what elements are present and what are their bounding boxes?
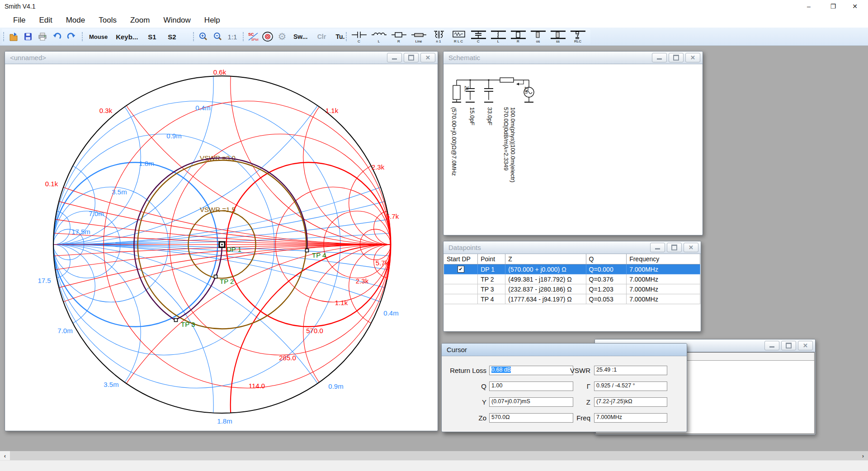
schematic-canvas[interactable]: ZLZin (570.00+j0.00)Ω@7.0MHz15.0pF33.0pF… (444, 64, 702, 235)
point-cell[interactable]: TP 3 (478, 284, 505, 294)
toolbar-grip[interactable] (82, 32, 84, 41)
point-cell[interactable]: DP 1 (478, 264, 505, 274)
maximize-button[interactable] (781, 341, 796, 350)
minimize-button[interactable] (387, 53, 402, 62)
column-header-point[interactable]: Point (478, 254, 505, 264)
menu-item-mode[interactable]: Mode (59, 14, 92, 27)
minimize-button[interactable] (652, 53, 667, 62)
q-cell[interactable]: Q=1.203 (586, 284, 627, 294)
impedance-cell[interactable]: (232.837 - j280.186) Ω (505, 284, 586, 294)
point-cell[interactable]: TP 4 (478, 294, 505, 304)
close-button[interactable]: ✕ (420, 53, 435, 62)
s1-button[interactable]: S1 (143, 30, 160, 43)
menu-item-edit[interactable]: Edit (32, 14, 59, 27)
maximize-button[interactable] (669, 53, 684, 62)
cursor-window-titlebar[interactable]: Cursor (442, 344, 687, 356)
impedance-cell[interactable]: (1777.634 - j94.197) Ω (505, 294, 586, 304)
close-button[interactable]: ✕ (684, 243, 698, 252)
scroll-left-button[interactable]: ‹ (0, 451, 10, 461)
print-button[interactable] (37, 30, 48, 43)
column-header-frequency[interactable]: Frequency (627, 254, 700, 264)
datapoint-row-tp4[interactable]: TP 4(1777.634 - j94.197) ΩQ=0.0537.000MH… (444, 294, 700, 304)
column-header-q[interactable]: Q (586, 254, 627, 264)
field-value-input[interactable]: 25.49 :1 (594, 366, 667, 375)
toolbar-transformer-button[interactable]: n 1 (430, 30, 447, 43)
close-button[interactable]: ✕ (798, 341, 813, 350)
target-circles-button[interactable] (262, 30, 274, 43)
frequency-cell[interactable]: 7.000MHz (627, 274, 700, 284)
toolbar-shunt-capacitor-button[interactable]: C (470, 30, 487, 43)
datapoint-row-dp1[interactable]: ✔DP 1(570.000 + j0.000) ΩQ=0.0007.000MHz (444, 264, 700, 274)
schematic-window-titlebar[interactable]: Schematic ✕ (443, 52, 703, 64)
smith-chart[interactable]: VSWR =3.0VSWR =1.50.6k0.3k1.1k0.1k2.3k5.… (5, 64, 437, 430)
save-button[interactable] (22, 30, 34, 43)
q-cell[interactable]: Q=0.376 (586, 274, 627, 284)
smith-chart-canvas[interactable]: VSWR =3.0VSWR =1.50.6k0.3k1.1k0.1k2.3k5.… (5, 64, 437, 430)
settings-gear-button[interactable]: ⚙ (276, 30, 288, 43)
horizontal-scrollbar[interactable]: ‹ › (0, 451, 868, 461)
toolbar-shunt-inductor-button[interactable]: L (490, 30, 507, 43)
zoom-out-button[interactable] (212, 30, 224, 43)
app-close-button[interactable]: ✕ (844, 0, 865, 13)
toolbar-shunt-rlc-button[interactable]: RLC (569, 30, 586, 43)
zoom-1to1-button[interactable]: 1:1 (226, 30, 238, 43)
close-button[interactable]: ✕ (685, 53, 700, 62)
smith-chart-window-titlebar[interactable]: <unnamed> ✕ (5, 52, 438, 64)
start-dp-cell[interactable] (444, 294, 478, 304)
q-cell[interactable]: Q=0.000 (586, 264, 627, 274)
toolbar-grip[interactable] (193, 32, 195, 41)
open-button[interactable] (8, 30, 19, 43)
toolbar-grip[interactable] (3, 32, 5, 41)
menu-item-zoom[interactable]: Zoom (123, 14, 156, 27)
start-dp-cell[interactable] (444, 284, 478, 294)
toolbar-series-capacitor-button[interactable]: C (350, 30, 368, 43)
menu-item-window[interactable]: Window (156, 14, 197, 27)
maximize-button[interactable] (667, 243, 682, 252)
field-value-input[interactable]: 7.000MHz (594, 413, 667, 423)
datapoints-table[interactable]: Start DPPointZQFrequency ✔DP 1(570.000 +… (444, 254, 700, 304)
smith-chart-plot-button[interactable]: SCSPlot (247, 30, 259, 43)
keyboard-button[interactable]: Keyb... (113, 30, 141, 43)
point-cell[interactable]: TP 2 (478, 274, 505, 284)
frequency-cell[interactable]: 7.000MHz (627, 264, 700, 274)
sweep-button[interactable]: Sw... (291, 30, 310, 43)
datapoint-row-tp3[interactable]: TP 3(232.837 - j280.186) ΩQ=1.2037.000MH… (444, 284, 700, 294)
column-header-start-dp[interactable]: Start DP (444, 254, 478, 264)
toolbar-series-resistor-button[interactable]: R (390, 30, 407, 43)
undo-button[interactable] (51, 30, 63, 43)
start-dp-checkbox[interactable]: ✔ (458, 266, 464, 273)
menu-item-file[interactable]: File (6, 14, 32, 27)
impedance-cell[interactable]: (499.381 - j187.792) Ω (505, 274, 586, 284)
datapoints-window-titlebar[interactable]: Datapoints ✕ (443, 241, 701, 254)
toolbar-open-stub-button[interactable]: os (529, 30, 547, 43)
maximize-button[interactable] (404, 53, 419, 62)
s2-button[interactable]: S2 (163, 30, 180, 43)
q-cell[interactable]: Q=0.053 (586, 294, 627, 304)
menu-item-help[interactable]: Help (198, 14, 227, 27)
start-dp-cell[interactable]: ✔ (444, 264, 478, 274)
minimize-button[interactable] (650, 243, 665, 252)
menu-item-tools[interactable]: Tools (92, 14, 123, 27)
toolbar-shorted-stub-button[interactable]: ss (549, 30, 566, 43)
minimize-button[interactable] (764, 341, 779, 350)
mouse-button[interactable]: Mouse (86, 30, 110, 43)
toolbar-grip[interactable] (243, 32, 245, 41)
toolbar-series-inductor-button[interactable]: L (370, 30, 387, 43)
clear-button[interactable]: Clr (313, 30, 330, 43)
toolbar-series-rlc-button[interactable]: R L C (450, 30, 467, 43)
impedance-cell[interactable]: (570.000 + j0.000) Ω (505, 264, 586, 274)
frequency-cell[interactable]: 7.000MHz (627, 284, 700, 294)
zoom-in-button[interactable] (198, 30, 209, 43)
start-dp-cell[interactable] (444, 274, 478, 284)
frequency-cell[interactable]: 7.000MHz (627, 294, 700, 304)
toolbar-series-line-button[interactable]: Line (410, 30, 427, 43)
scroll-right-button[interactable]: › (858, 451, 868, 461)
app-minimize-button[interactable]: – (798, 0, 819, 13)
field-value-input[interactable]: (7.22-j7.25)kΩ (594, 397, 667, 407)
field-value-input[interactable]: 0.925 / -4.527 ° (594, 382, 667, 391)
toolbar-shunt-resistor-button[interactable]: R (509, 30, 527, 43)
column-header-z[interactable]: Z (505, 254, 586, 264)
toolbar-grip[interactable] (346, 32, 348, 41)
app-maximize-button[interactable]: ❐ (823, 0, 844, 13)
redo-button[interactable] (66, 30, 77, 43)
